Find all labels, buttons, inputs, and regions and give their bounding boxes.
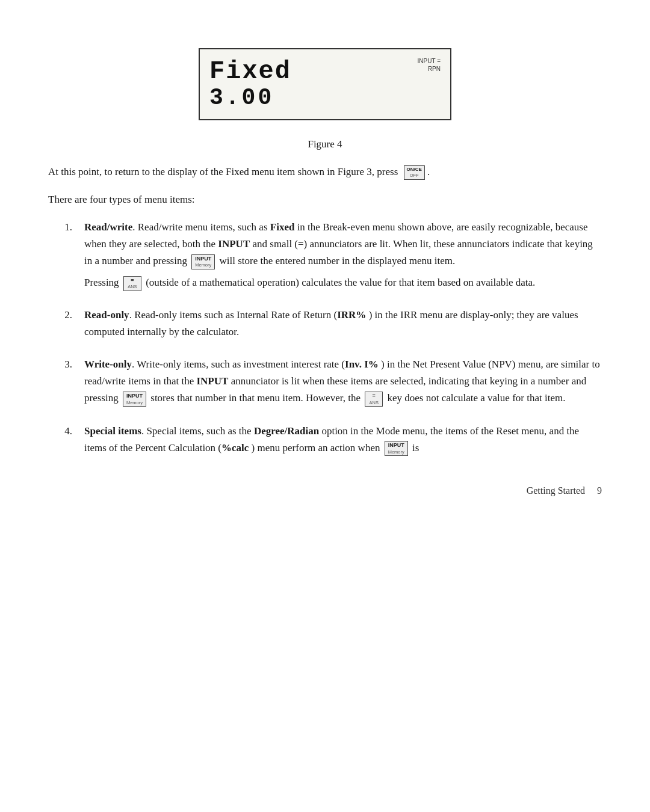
inv-i-bold: Inv. I% (345, 358, 379, 370)
footer-page: 9 (597, 485, 602, 496)
equals-ans-key-3: = ANS (365, 392, 383, 407)
footer-section: Getting Started (527, 485, 585, 496)
input-memory-key-1: INPUT Memory (191, 254, 215, 269)
list-container: 1. Read/write. Read/write menu items, su… (48, 219, 602, 461)
intro-period: . (427, 166, 430, 177)
key-input-bot-4: Memory (388, 449, 404, 455)
list-number-3: 3. (48, 356, 84, 411)
display-fixed-text: Fixed (209, 58, 404, 85)
key-eq-top-1: = (131, 277, 134, 285)
key-eq-bot-3: ANS (369, 400, 378, 406)
term-read-only: Read-only (84, 309, 129, 321)
list-number-1: 1. (48, 219, 84, 296)
list-item-2: 2. Read-only. Read-only items such as In… (48, 307, 602, 345)
term-write-only: Write-only (84, 358, 132, 370)
key-input-top-1: INPUT (195, 256, 211, 263)
onice-key-top: ON/CE (407, 167, 422, 173)
key-input-bot-1: Memory (195, 262, 211, 268)
list-content-3: Write-only. Write-only items, such as in… (84, 356, 602, 411)
key-input-top-3: INPUT (126, 393, 143, 400)
annunciator-input-eq: INPUT = (418, 58, 441, 64)
degree-radian-bold: Degree/Radian (254, 425, 319, 437)
list-2-text: Read-only. Read-only items such as Inter… (84, 307, 602, 340)
on-off-key-inline: ON/CE OFF (404, 165, 425, 180)
annunciator-rpn: RPN (428, 66, 441, 72)
key-input-top-4: INPUT (388, 442, 404, 449)
four-types-paragraph: There are four types of menu items: (48, 191, 602, 208)
input-bold-3: INPUT (196, 375, 228, 387)
fixed-bold: Fixed (270, 221, 295, 233)
key-eq-top-3: = (373, 393, 376, 400)
list-item-4: 4. Special items. Special items, such as… (48, 423, 602, 461)
four-types-text: There are four types of menu items: (48, 194, 195, 205)
list-1-text: Read/write. Read/write menu items, such … (84, 219, 602, 269)
display-annunciators: INPUT = RPN (404, 55, 441, 113)
key-eq-bot-1: ANS (128, 284, 137, 290)
figure-display-container: Fixed 3.00 INPUT = RPN (48, 48, 602, 120)
percent-calc-bold: %calc (221, 442, 249, 454)
calculator-display: Fixed 3.00 INPUT = RPN (199, 48, 451, 120)
list-content-4: Special items. Special items, such as th… (84, 423, 602, 461)
key-input-bot-3: Memory (126, 400, 143, 406)
intro-text: At this point, to return to the display … (48, 166, 398, 177)
footer: Getting Started 9 (48, 485, 602, 496)
figure-section: Fixed 3.00 INPUT = RPN Figure 4 (48, 48, 602, 150)
list-content-1: Read/write. Read/write menu items, such … (84, 219, 602, 296)
list-1-pressing: Pressing = ANS (outside of a mathematica… (84, 274, 602, 291)
display-main: Fixed 3.00 (209, 55, 404, 113)
onice-key-bot: OFF (410, 173, 419, 179)
list-number-2: 2. (48, 307, 84, 345)
list-item-1: 1. Read/write. Read/write menu items, su… (48, 219, 602, 296)
term-special: Special items (84, 425, 141, 437)
input-memory-key-3: INPUT Memory (123, 392, 146, 407)
display-number-text: 3.00 (209, 85, 404, 111)
intro-paragraph: At this point, to return to the display … (48, 164, 602, 180)
term-read-write: Read/write (84, 221, 132, 233)
input-bold-1: INPUT (218, 238, 250, 250)
list-number-4: 4. (48, 423, 84, 461)
figure-caption: Figure 4 (48, 138, 602, 150)
pressing-label: Pressing (84, 277, 122, 288)
input-memory-key-4: INPUT Memory (385, 441, 408, 456)
list-4-text: Special items. Special items, such as th… (84, 423, 602, 457)
list-3-text: Write-only. Write-only items, such as in… (84, 356, 602, 407)
list-content-2: Read-only. Read-only items such as Inter… (84, 307, 602, 345)
equals-ans-key-1: = ANS (123, 276, 141, 291)
irr-bold: IRR% (337, 309, 366, 321)
list-item-3: 3. Write-only. Write-only items, such as… (48, 356, 602, 411)
